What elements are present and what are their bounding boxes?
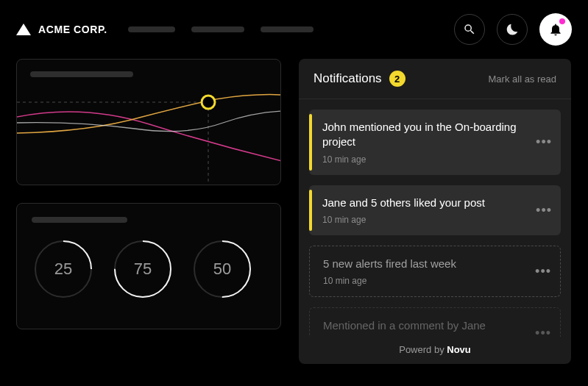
notification-menu-button[interactable]: ••• bbox=[535, 263, 551, 279]
chart-highlight-point[interactable] bbox=[202, 96, 215, 109]
header: ACME CORP. bbox=[0, 0, 588, 59]
notification-time: 10 min age bbox=[322, 154, 528, 165]
dots-icon: ••• bbox=[535, 326, 551, 337]
moon-icon bbox=[506, 23, 519, 36]
notifications-footer: Powerd by Novu bbox=[299, 337, 571, 364]
logo-icon bbox=[16, 24, 31, 35]
gauge-value: 75 bbox=[111, 237, 174, 301]
footer-brand: Novu bbox=[447, 344, 471, 355]
gauges-row: 257550 bbox=[32, 237, 266, 301]
gauge-title-placeholder bbox=[32, 217, 127, 223]
theme-toggle-button[interactable] bbox=[497, 14, 528, 45]
notifications-title: Notifications bbox=[314, 71, 382, 86]
notification-message: Mentioned in a comment by Jane bbox=[323, 318, 528, 333]
brand-name: ACME CORP. bbox=[38, 24, 107, 35]
notification-item[interactable]: Jane and 5 others liked your post10 min … bbox=[309, 185, 561, 235]
notification-message: 5 new alerts fired last week bbox=[323, 257, 528, 271]
search-icon bbox=[463, 23, 476, 36]
gauge: 25 bbox=[32, 237, 95, 301]
dots-icon: ••• bbox=[535, 263, 551, 278]
notification-time: 10 min age bbox=[322, 215, 528, 225]
gauge: 75 bbox=[111, 237, 174, 301]
gauge: 50 bbox=[191, 237, 254, 301]
notifications-list: John mentioned you in the On-boarding pr… bbox=[299, 99, 571, 337]
dots-icon: ••• bbox=[536, 135, 552, 149]
gauge-card: 257550 bbox=[16, 203, 281, 329]
notifications-header: Notifications 2 Mark all as read bbox=[299, 59, 571, 99]
notification-menu-button[interactable]: ••• bbox=[536, 202, 552, 218]
chart-card bbox=[16, 59, 281, 185]
footer-prefix: Powerd by bbox=[399, 344, 447, 355]
bell-icon bbox=[548, 22, 563, 37]
notifications-panel: Notifications 2 Mark all as read John me… bbox=[299, 59, 571, 364]
nav-item[interactable] bbox=[261, 26, 314, 32]
notification-message: Jane and 5 others liked your post bbox=[322, 196, 528, 210]
header-actions bbox=[454, 13, 572, 46]
notification-time: 10 min age bbox=[323, 276, 528, 286]
line-chart bbox=[17, 59, 281, 185]
logo[interactable]: ACME CORP. bbox=[16, 24, 107, 35]
notifications-bell-button[interactable] bbox=[539, 13, 572, 46]
search-button[interactable] bbox=[454, 14, 485, 45]
gauge-value: 50 bbox=[191, 237, 254, 301]
gauge-value: 25 bbox=[32, 237, 95, 301]
nav-item[interactable] bbox=[191, 26, 244, 32]
nav-item[interactable] bbox=[128, 26, 175, 32]
dots-icon: ••• bbox=[536, 202, 552, 217]
nav-links bbox=[128, 26, 314, 32]
notification-menu-button[interactable]: ••• bbox=[536, 135, 552, 150]
notification-item[interactable]: John mentioned you in the On-boarding pr… bbox=[309, 110, 561, 175]
chart-series-a bbox=[17, 112, 281, 161]
notification-item[interactable]: 5 new alerts fired last week10 min age••… bbox=[309, 246, 561, 297]
notifications-count-badge: 2 bbox=[389, 71, 405, 87]
notification-menu-button[interactable]: ••• bbox=[535, 326, 551, 337]
mark-all-read-button[interactable]: Mark all as read bbox=[489, 74, 556, 85]
chart-series-c bbox=[17, 111, 281, 132]
chart-series-b bbox=[17, 95, 281, 133]
unread-indicator-dot bbox=[559, 18, 565, 24]
notification-item[interactable]: Mentioned in a comment by Jane10 min age… bbox=[309, 307, 561, 337]
notification-message: John mentioned you in the On-boarding pr… bbox=[322, 120, 528, 150]
